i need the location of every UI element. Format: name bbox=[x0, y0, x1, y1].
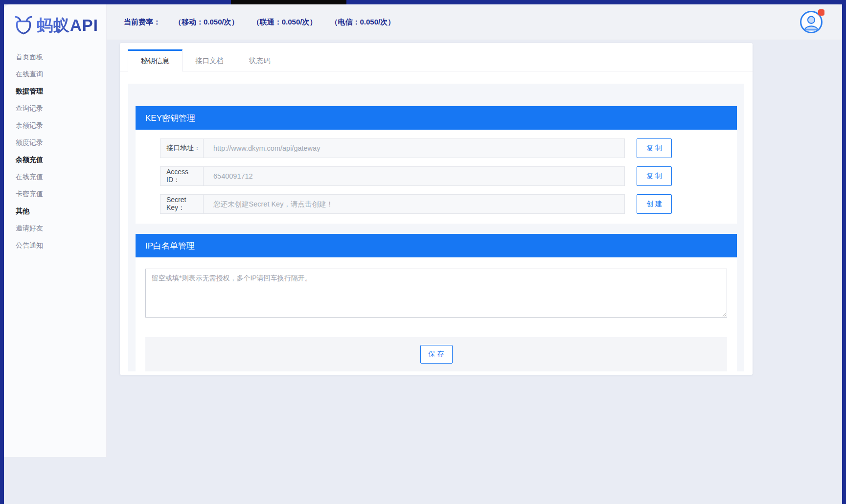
sidebar-group-data: 数据管理 bbox=[4, 83, 106, 100]
key-management-section: KEY密钥管理 接口地址： 复 制 Access ID： bbox=[136, 106, 737, 224]
main-content: 秘钥信息 接口文档 状态码 KEY密钥管理 接口地址： bbox=[107, 40, 842, 504]
ip-whitelist-body: 保 存 bbox=[136, 257, 737, 371]
sidebar-item-invite-friends[interactable]: 邀请好友 bbox=[4, 220, 106, 237]
tab-panel: KEY密钥管理 接口地址： 复 制 Access ID： bbox=[128, 84, 744, 371]
window-frame-left bbox=[0, 0, 4, 504]
window-frame-top bbox=[0, 0, 846, 4]
api-url-label: 接口地址： bbox=[160, 139, 204, 158]
rate-info: 当前费率： （移动：0.050/次） （联通：0.050/次） （电信：0.05… bbox=[107, 18, 395, 27]
sidebar-item-home[interactable]: 首页面板 bbox=[4, 48, 106, 66]
rate-telecom: （电信：0.050/次） bbox=[330, 18, 395, 27]
user-icon bbox=[802, 13, 821, 32]
sidebar-item-balance-records[interactable]: 余额记录 bbox=[4, 117, 106, 134]
secret-key-label: Secret Key： bbox=[160, 195, 204, 213]
sidebar-item-quota-records[interactable]: 额度记录 bbox=[4, 134, 106, 151]
copy-api-url-button[interactable]: 复 制 bbox=[637, 138, 672, 158]
tab-bar: 秘钥信息 接口文档 状态码 bbox=[120, 49, 753, 71]
rate-label: 当前费率： bbox=[124, 18, 160, 27]
access-id-label: Access ID： bbox=[160, 167, 204, 185]
tab-key-info[interactable]: 秘钥信息 bbox=[128, 49, 183, 71]
sidebar-item-card-recharge[interactable]: 卡密充值 bbox=[4, 185, 106, 203]
ip-whitelist-section: IP白名单管理 保 存 bbox=[136, 234, 737, 371]
secret-key-input[interactable] bbox=[204, 195, 624, 213]
sidebar-item-online-query[interactable]: 在线查询 bbox=[4, 66, 106, 83]
window-frame-right bbox=[842, 0, 846, 504]
sidebar-menu: 首页面板 在线查询 数据管理 查询记录 余额记录 额度记录 余额充值 在线充值 … bbox=[4, 46, 106, 254]
save-button[interactable]: 保 存 bbox=[420, 345, 453, 364]
field-row-secret-key: Secret Key： 创 建 bbox=[160, 194, 727, 214]
sidebar-item-announcements[interactable]: 公告通知 bbox=[4, 237, 106, 254]
user-avatar[interactable] bbox=[800, 11, 823, 33]
logo: 蚂蚁API bbox=[4, 4, 106, 46]
copy-access-id-button[interactable]: 复 制 bbox=[637, 166, 672, 186]
logo-text: 蚂蚁API bbox=[37, 15, 98, 37]
key-management-header: KEY密钥管理 bbox=[136, 106, 737, 130]
ip-whitelist-title: IP白名单管理 bbox=[145, 240, 195, 252]
page: 蚂蚁API 首页面板 在线查询 数据管理 查询记录 余额记录 额度记录 余额充值… bbox=[0, 0, 846, 504]
tab-status-codes[interactable]: 状态码 bbox=[236, 49, 283, 71]
key-management-title: KEY密钥管理 bbox=[145, 113, 195, 124]
window-frame-black-segment bbox=[231, 0, 346, 4]
sidebar-item-query-records[interactable]: 查询记录 bbox=[4, 100, 106, 117]
sidebar-item-online-recharge[interactable]: 在线充值 bbox=[4, 168, 106, 185]
field-row-access-id: Access ID： 复 制 bbox=[160, 166, 727, 186]
secret-key-field-box: Secret Key： bbox=[160, 194, 625, 214]
api-url-field-box: 接口地址： bbox=[160, 138, 625, 158]
field-row-api-url: 接口地址： 复 制 bbox=[160, 138, 727, 158]
topbar: 当前费率： （移动：0.050/次） （联通：0.050/次） （电信：0.05… bbox=[107, 4, 842, 40]
key-management-body: 接口地址： 复 制 Access ID： 复 制 bbox=[136, 130, 737, 224]
content-card: 秘钥信息 接口文档 状态码 KEY密钥管理 接口地址： bbox=[120, 43, 753, 375]
rate-unicom: （联通：0.050/次） bbox=[252, 18, 317, 27]
api-url-input[interactable] bbox=[204, 139, 624, 158]
sidebar-group-recharge: 余额充值 bbox=[4, 151, 106, 168]
save-bar: 保 存 bbox=[145, 337, 727, 371]
ip-whitelist-textarea[interactable] bbox=[145, 269, 727, 318]
notification-badge bbox=[818, 9, 824, 16]
sidebar-group-other: 其他 bbox=[4, 203, 106, 220]
ant-logo-icon bbox=[14, 16, 33, 35]
access-id-input[interactable] bbox=[204, 167, 624, 185]
ip-whitelist-header: IP白名单管理 bbox=[136, 234, 737, 257]
access-id-field-box: Access ID： bbox=[160, 166, 625, 186]
tab-api-docs[interactable]: 接口文档 bbox=[183, 49, 236, 71]
sidebar: 蚂蚁API 首页面板 在线查询 数据管理 查询记录 余额记录 额度记录 余额充值… bbox=[4, 4, 107, 457]
create-secret-key-button[interactable]: 创 建 bbox=[637, 194, 672, 214]
rate-mobile: （移动：0.050/次） bbox=[174, 18, 239, 27]
